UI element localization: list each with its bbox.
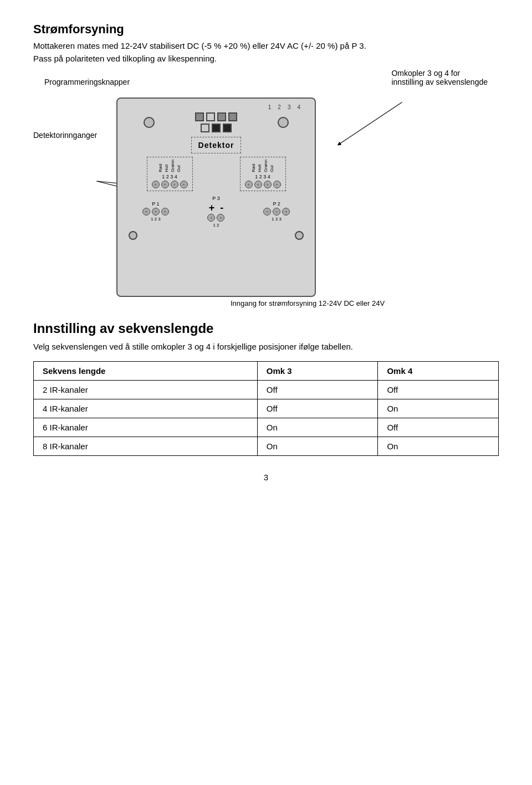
table-row: 4 IR-kanalerOffOn [34,399,499,418]
annotation-programmeringsknapper: Programmeringsknapper [44,78,130,86]
table-header-col2: Omk 3 [257,362,378,381]
table-cell-r3-c1: On [257,437,378,456]
table-row: 2 IR-kanalerOffOff [34,381,499,399]
table-row: 8 IR-kanalerOnOn [34,437,499,456]
side-label-detektorinnganger: Detektorinnganger [33,86,105,140]
diagram-section: Programmeringsknapper Omkopler 3 og 4 fo… [33,69,499,307]
section-subtext: Velg sekvenslengen ved å stille omkopler… [33,342,499,351]
page-number: 3 [33,473,499,482]
table-cell-r1-c2: On [378,399,499,418]
table-cell-r2-c2: Off [378,418,499,437]
detektor-label-box: Detektor [191,137,242,153]
power-block-p3: P 3 + - 1 2 [207,196,224,228]
section-heading: Innstilling av sekvenslengde [33,321,499,336]
pcb-circle-1 [144,117,155,128]
pcb-board: 1234 [116,98,316,297]
table-cell-r1-c0: 4 IR-kanaler [34,399,258,418]
power-block-p2: P 2 1 2 3 [263,201,290,222]
table-header-col1: Sekvens lengde [34,362,258,381]
table-header-col3: Omk 4 [378,362,499,381]
intro-line1: Mottakeren mates med 12-24V stabilisert … [33,41,499,50]
diagram-wrapper: 1234 [105,86,499,307]
table-cell-r1-c1: Off [257,399,378,418]
power-block-p1: P 1 1 2 3 [142,201,169,222]
table-cell-r0-c1: Off [257,381,378,399]
pcb-circle-bottom-left [129,231,137,240]
table-cell-r0-c0: 2 IR-kanaler [34,381,258,399]
inngang-label: Inngang for strømforsyning 12-24V DC ell… [116,299,499,307]
intro-line2: Pass på polariteten ved tilkopling av li… [33,54,499,63]
table-row: 6 IR-kanalerOnOff [34,418,499,437]
page-title: Strømforsyning [33,22,499,37]
table-cell-r0-c2: Off [378,381,499,399]
sekvens-table: Sekvens lengde Omk 3 Omk 4 2 IR-kanalerO… [33,361,499,456]
pcb-top-components [123,112,309,132]
pcb-top-number-row: 1234 [123,104,309,110]
pcb-circle-bottom-right [295,231,304,240]
pcb-power-area: P 1 1 2 3 P 3 + [123,196,309,228]
pcb-circle-2 [278,117,289,128]
annotation-omkopler: Omkopler 3 og 4 for innstilling av sekve… [391,69,488,86]
table-cell-r2-c0: 6 IR-kanaler [34,418,258,437]
table-cell-r3-c2: On [378,437,499,456]
table-cell-r2-c1: On [257,418,378,437]
pcb-bottom-row [123,231,309,240]
pcb-connectors-row: Rød Hvit Grønn Gul 1 2 3 4 [123,157,309,191]
table-cell-r3-c0: 8 IR-kanaler [34,437,258,456]
